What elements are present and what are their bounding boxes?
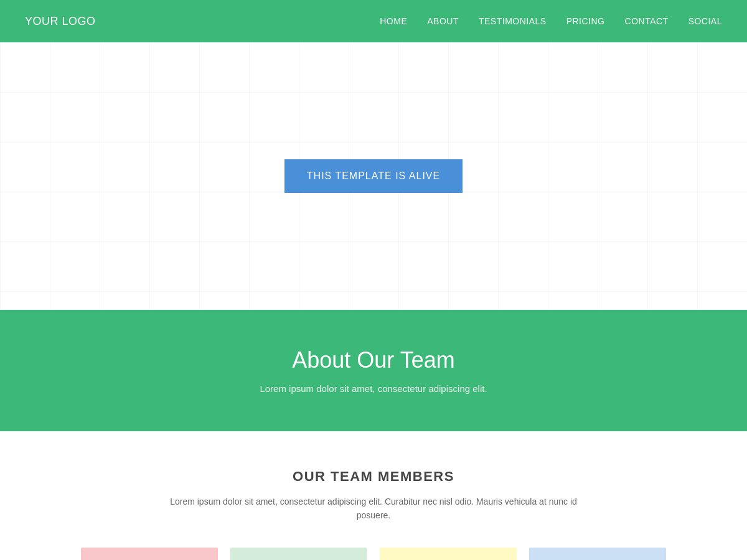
hero-button[interactable]: THIS TEMPLATE IS ALIVE (284, 159, 463, 193)
team-title: OUR TEAM MEMBERS (25, 469, 722, 485)
nav-link-home[interactable]: HOME (380, 16, 407, 26)
nav-item-home[interactable]: HOME (380, 16, 407, 27)
team-card-1: Lorem ipsum dolor sit amet, consectetur … (81, 548, 218, 560)
team-card-2: Lorem ipsum dolor sit amet, consectetur … (230, 548, 367, 560)
nav-logo: YOUR LOGO (25, 15, 96, 28)
nav-link-social[interactable]: SOCIAL (688, 16, 722, 26)
nav-links: HOME ABOUT TESTIMONIALS PRICING CONTACT … (380, 16, 722, 27)
nav-link-about[interactable]: ABOUT (427, 16, 459, 26)
nav-item-testimonials[interactable]: TESTIMONIALS (479, 16, 547, 27)
nav-item-pricing[interactable]: PRICING (566, 16, 605, 27)
hero-section: THIS TEMPLATE IS ALIVE (0, 42, 747, 310)
about-title: About Our Team (25, 347, 722, 373)
navbar: YOUR LOGO HOME ABOUT TESTIMONIALS PRICIN… (0, 0, 747, 42)
about-subtitle: Lorem ipsum dolor sit amet, consectetur … (25, 383, 722, 394)
team-section: OUR TEAM MEMBERS Lorem ipsum dolor sit a… (0, 431, 747, 560)
nav-link-contact[interactable]: CONTACT (625, 16, 669, 26)
nav-item-about[interactable]: ABOUT (427, 16, 459, 27)
team-card-3: Lorem ipsum dolor sit amet, consectetur … (380, 548, 517, 560)
team-cards: Lorem ipsum dolor sit amet, consectetur … (25, 548, 722, 560)
about-section: About Our Team Lorem ipsum dolor sit ame… (0, 310, 747, 431)
nav-item-contact[interactable]: CONTACT (625, 16, 669, 27)
nav-item-social[interactable]: SOCIAL (688, 16, 722, 27)
nav-link-pricing[interactable]: PRICING (566, 16, 605, 26)
team-description: Lorem ipsum dolor sit amet, consectetur … (162, 495, 585, 523)
nav-link-testimonials[interactable]: TESTIMONIALS (479, 16, 547, 26)
team-card-4: Lorem ipsum dolor sit amet, consectetur … (529, 548, 666, 560)
